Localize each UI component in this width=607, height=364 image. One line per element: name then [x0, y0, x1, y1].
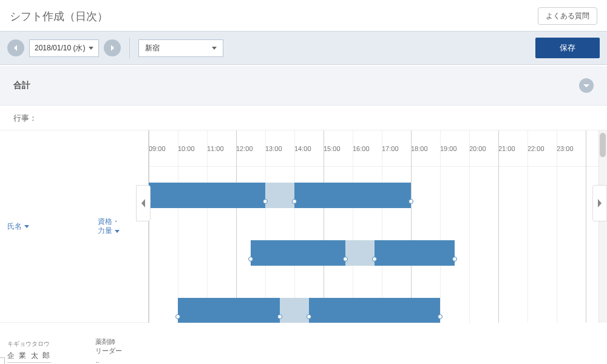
resize-handle[interactable]	[452, 257, 457, 261]
total-label: 合計	[13, 80, 30, 91]
time-label: 13:00	[265, 145, 294, 152]
location-select-value: 新宿	[145, 43, 160, 53]
page-title: シフト作成（日次）	[10, 9, 108, 24]
shift-break[interactable]	[265, 183, 294, 208]
staff-furigana: キギョウタロウ	[7, 340, 83, 348]
shift-row	[149, 224, 607, 282]
resize-handle[interactable]	[307, 314, 311, 319]
staff-qualifications: 薬剤師リーダー..	[90, 323, 148, 364]
resize-handle[interactable]	[409, 199, 413, 204]
shift-break[interactable]	[280, 298, 309, 323]
time-label: 14:00	[294, 145, 324, 152]
prev-day-button[interactable]	[7, 39, 24, 56]
resize-handle[interactable]	[175, 314, 180, 319]
date-picker[interactable]: 2018/01/10 (水)	[29, 39, 99, 57]
time-label: 15:00	[324, 145, 353, 152]
next-day-button[interactable]	[104, 39, 121, 56]
scroll-right-button[interactable]	[592, 185, 607, 221]
date-picker-value: 2018/01/10 (水)	[35, 43, 85, 53]
chevron-right-icon	[597, 199, 603, 207]
scroll-left-button[interactable]	[136, 185, 151, 221]
save-button[interactable]: 保存	[535, 38, 600, 58]
sort-icon	[24, 225, 29, 228]
time-label: 20:00	[469, 145, 498, 152]
sort-icon	[115, 230, 120, 233]
time-label: 19:00	[440, 145, 469, 152]
time-label: 11:00	[207, 145, 236, 152]
time-label: 09:00	[149, 145, 178, 152]
time-label: 21:00	[498, 145, 527, 152]
scrollbar-thumb[interactable]	[600, 133, 606, 157]
time-label: 12:00	[236, 145, 265, 152]
resize-handle[interactable]	[372, 257, 377, 261]
resize-handle[interactable]	[263, 199, 268, 204]
resize-handle[interactable]	[343, 257, 348, 261]
shift-break[interactable]	[345, 240, 375, 266]
vertical-scrollbar[interactable]	[599, 130, 607, 323]
events-row: 行事：	[0, 106, 607, 130]
staff-name-cell[interactable]: キギョウタロウ企 業 太 郎	[0, 323, 90, 364]
time-label: 22:00	[527, 145, 557, 152]
name-column-header[interactable]: 氏名	[0, 221, 90, 232]
chevron-down-icon	[583, 83, 589, 89]
resize-handle[interactable]	[292, 199, 297, 204]
chevron-right-icon	[109, 45, 115, 51]
time-label: 10:00	[178, 145, 207, 152]
total-summary-bar: 合計	[0, 66, 607, 106]
location-select[interactable]: 新宿	[138, 39, 223, 57]
resize-handle[interactable]	[248, 257, 253, 261]
shift-row	[149, 282, 607, 323]
resize-handle[interactable]	[438, 314, 443, 319]
toolbar: 2018/01/10 (水) 新宿 保存	[0, 31, 607, 65]
note-icon	[0, 357, 5, 364]
expand-total-button[interactable]	[579, 78, 594, 93]
resize-handle[interactable]	[277, 314, 282, 319]
shift-row	[149, 167, 607, 224]
time-label: 18:00	[411, 145, 440, 152]
chevron-left-icon	[140, 199, 146, 207]
dropdown-icon	[89, 47, 93, 50]
time-label: 17:00	[382, 145, 411, 152]
shift-bar[interactable]	[178, 298, 440, 323]
time-axis-header: 09:0010:0011:0012:0013:0014:0015:0016:00…	[149, 130, 607, 167]
time-label: 16:00	[353, 145, 382, 152]
chevron-left-icon	[13, 45, 19, 51]
toolbar-divider	[129, 38, 130, 58]
faq-button[interactable]: よくある質問	[538, 7, 597, 25]
time-label: 23:00	[557, 145, 586, 152]
staff-name: 企 業 太 郎	[7, 351, 51, 363]
dropdown-icon	[212, 47, 217, 50]
